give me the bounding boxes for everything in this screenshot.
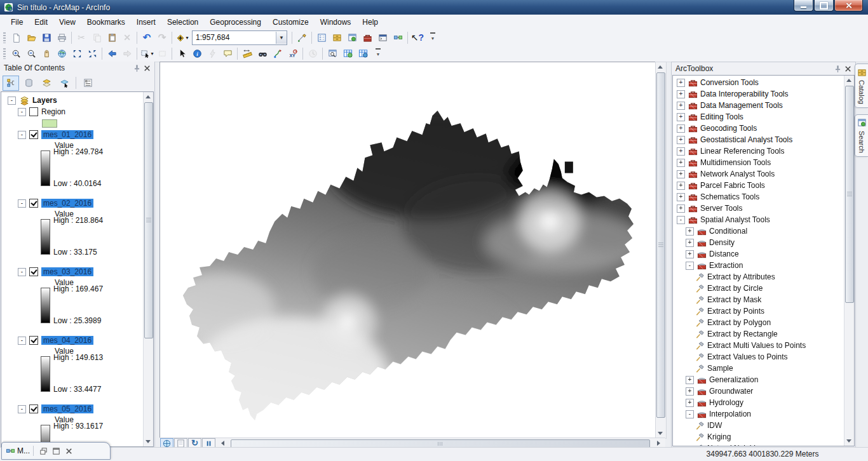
scroll-down-icon[interactable] xyxy=(658,432,663,435)
expander-icon[interactable]: - xyxy=(677,216,685,224)
tree-item-data-management-tools[interactable]: + Data Management Tools xyxy=(673,100,844,111)
tree-item-generalization[interactable]: + Generalization xyxy=(673,374,844,385)
scrollbar-thumb[interactable] xyxy=(144,102,153,338)
minimize-button[interactable] xyxy=(794,0,813,11)
expander-icon[interactable]: - xyxy=(18,405,26,413)
layers-root-label[interactable]: Layers xyxy=(32,96,57,105)
tree-item-interpolation[interactable]: - Interpolation xyxy=(673,408,844,420)
tree-item-schematics-tools[interactable]: + Schematics Tools xyxy=(673,191,844,203)
toolbar-grip[interactable] xyxy=(3,48,6,59)
close-icon[interactable] xyxy=(843,63,853,74)
find-button[interactable] xyxy=(255,47,270,61)
next-extent-button[interactable] xyxy=(119,47,135,61)
tree-item-kriging[interactable]: Kriging xyxy=(673,431,844,443)
tree-item-extract-multi-values-to-points[interactable]: Extract Multi Values to Points xyxy=(673,340,844,351)
tree-item-spatial-analyst-tools[interactable]: - Spatial Analyst Tools xyxy=(673,214,844,225)
scroll-down-icon[interactable] xyxy=(846,439,851,443)
list-by-source-button[interactable] xyxy=(20,76,37,91)
tree-item-conditional[interactable]: + Conditional xyxy=(673,225,844,237)
print-button[interactable] xyxy=(54,30,69,44)
layer-visibility-checkbox[interactable] xyxy=(29,199,38,208)
expander-icon[interactable]: + xyxy=(677,204,685,213)
viewer-window-button[interactable] xyxy=(325,47,340,61)
scrollbar-thumb[interactable] xyxy=(656,72,665,418)
full-extent-button[interactable] xyxy=(54,47,69,61)
menu-item-edit[interactable]: Edit xyxy=(29,17,53,28)
layer-visibility-checkbox[interactable] xyxy=(29,404,38,413)
search-tab[interactable]: Search xyxy=(855,114,868,157)
arctoolbox-scrollbar[interactable] xyxy=(844,76,854,446)
menu-item-help[interactable]: Help xyxy=(356,17,384,28)
copy-button[interactable] xyxy=(89,30,104,44)
menu-item-windows[interactable]: Windows xyxy=(315,17,357,28)
select-features-button[interactable]: ▾ xyxy=(139,47,154,61)
zoom-in-button[interactable] xyxy=(8,47,24,61)
minimized-model-window[interactable]: M... xyxy=(1,442,111,460)
tree-item-linear-referencing-tools[interactable]: + Linear Referencing Tools xyxy=(673,145,844,157)
tree-item-server-tools[interactable]: + Server Tools xyxy=(673,203,844,214)
expander-icon[interactable]: + xyxy=(677,102,685,110)
expander-icon[interactable]: + xyxy=(677,79,685,87)
scrollbar-thumb[interactable] xyxy=(845,86,854,303)
list-by-selection-button[interactable] xyxy=(56,76,72,91)
expander-icon[interactable]: - xyxy=(8,97,16,105)
save-button[interactable] xyxy=(39,30,54,44)
create-viewer-window-button[interactable] xyxy=(340,47,355,61)
region-fill-swatch[interactable] xyxy=(42,119,57,128)
expander-icon[interactable]: - xyxy=(18,268,26,276)
layer-visibility-checkbox[interactable] xyxy=(29,336,38,345)
add-data-button[interactable]: ▾ xyxy=(174,30,189,44)
tree-item-hydrology[interactable]: + Hydrology xyxy=(673,397,844,408)
expander-icon[interactable]: + xyxy=(677,113,685,121)
tree-item-extract-by-rectangle[interactable]: Extract by Rectangle xyxy=(673,328,844,340)
cut-button[interactable]: ✂ xyxy=(74,30,89,44)
layer-name[interactable]: mes_05_2016 xyxy=(41,404,93,413)
expander-icon[interactable]: - xyxy=(18,108,26,116)
expander-icon[interactable]: + xyxy=(677,90,685,98)
restore-button[interactable] xyxy=(814,0,834,11)
pin-icon[interactable] xyxy=(132,63,142,73)
arctoolbox-toggle-button[interactable] xyxy=(360,30,375,44)
html-popup-button[interactable] xyxy=(220,47,235,61)
open-button[interactable] xyxy=(24,30,39,44)
clear-selection-button[interactable] xyxy=(154,47,170,61)
toc-scrollbar[interactable] xyxy=(143,92,153,446)
menu-item-customize[interactable]: Customize xyxy=(267,17,315,28)
map-vertical-scrollbar[interactable] xyxy=(655,62,667,439)
tree-item-editing-tools[interactable]: + Editing Tools xyxy=(673,111,844,123)
tree-item-sample[interactable]: Sample xyxy=(673,363,844,374)
identify-button[interactable]: i xyxy=(189,47,205,61)
editor-button[interactable] xyxy=(294,30,309,44)
map-scale-combo[interactable]: 1:957,684 ▼ xyxy=(192,30,287,45)
toc-options-button[interactable] xyxy=(79,76,96,91)
layer-name[interactable]: mes_01_2016 xyxy=(41,130,93,139)
menu-item-bookmarks[interactable]: Bookmarks xyxy=(81,17,131,28)
tree-item-extract-by-attributes[interactable]: Extract by Attributes xyxy=(673,271,844,283)
expander-icon[interactable]: - xyxy=(18,199,26,208)
previous-extent-button[interactable] xyxy=(104,47,119,61)
table-of-contents-toggle-button[interactable] xyxy=(314,30,329,44)
expander-icon[interactable]: + xyxy=(686,250,694,258)
toolbar-overflow-button[interactable]: ▼ xyxy=(425,30,440,44)
select-elements-button[interactable] xyxy=(174,47,189,61)
expander-icon[interactable]: + xyxy=(677,193,685,201)
expander-icon[interactable]: - xyxy=(18,337,26,345)
model-close-button[interactable] xyxy=(62,446,75,457)
catalog-window-button[interactable] xyxy=(329,30,344,44)
expander-icon[interactable]: + xyxy=(677,124,685,133)
delete-button[interactable]: ✕ xyxy=(119,30,135,44)
catalog-tab[interactable]: Catalog xyxy=(855,63,868,108)
model-maximize-button[interactable] xyxy=(50,446,62,457)
list-by-visibility-button[interactable] xyxy=(38,76,55,91)
model-restore-button[interactable] xyxy=(37,446,50,457)
expander-icon[interactable]: + xyxy=(686,376,694,384)
layer-visibility-checkbox[interactable] xyxy=(29,130,38,139)
fixed-zoom-in-button[interactable] xyxy=(69,47,85,61)
menu-item-view[interactable]: View xyxy=(53,17,81,28)
pan-button[interactable] xyxy=(39,47,54,61)
find-route-button[interactable] xyxy=(270,47,285,61)
toolbar-grip[interactable] xyxy=(3,32,6,43)
tree-item-distance[interactable]: + Distance xyxy=(673,248,844,260)
tree-item-conversion-tools[interactable]: + Conversion Tools xyxy=(673,77,844,88)
tree-item-extract-by-circle[interactable]: Extract by Circle xyxy=(673,283,844,294)
